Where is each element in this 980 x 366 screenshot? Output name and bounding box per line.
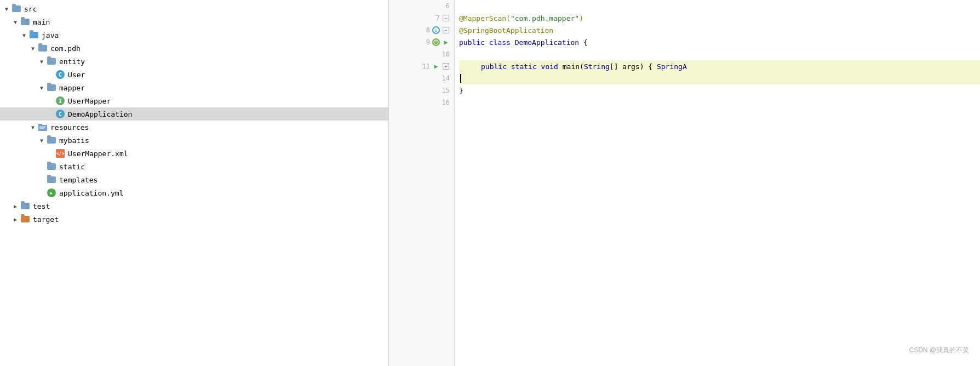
label-test: test bbox=[33, 202, 50, 210]
gutter-line-16: 16 bbox=[389, 96, 454, 108]
tree-item-templates[interactable]: templates bbox=[0, 173, 388, 186]
arrow-src: ▼ bbox=[2, 6, 11, 12]
param-arr: [] args) { bbox=[610, 62, 657, 71]
arrow-test: ▶ bbox=[11, 203, 20, 209]
tree-item-usermapper[interactable]: I UserMapper bbox=[0, 94, 388, 107]
label-demoapplication: DemoApplication bbox=[68, 110, 132, 118]
code-line-7: @MapperScan("com.pdh.mapper") bbox=[459, 12, 980, 24]
line-num-6: 6 bbox=[439, 2, 450, 10]
tree-item-target[interactable]: ▶ target bbox=[0, 213, 388, 226]
tree-item-resources[interactable]: ▼ resources bbox=[0, 121, 388, 134]
svg-rect-4 bbox=[39, 128, 44, 129]
code-line-9: public class DemoApplication { bbox=[459, 36, 980, 48]
arrow-com-pdh: ▼ bbox=[28, 45, 37, 52]
run-icon-11[interactable]: ▶ bbox=[432, 62, 440, 70]
tree-item-src[interactable]: ▼ src bbox=[0, 2, 388, 15]
line-num-9: 9 bbox=[419, 38, 430, 46]
tree-item-main[interactable]: ▼ main bbox=[0, 15, 388, 28]
annotation-mapperscan: @MapperScan( bbox=[459, 14, 511, 22]
svg-point-5 bbox=[434, 40, 438, 44]
kw-void-11: void bbox=[541, 62, 563, 71]
folder-icon-mapper bbox=[46, 83, 57, 92]
label-usermapper: UserMapper bbox=[68, 97, 111, 105]
gutter-line-10: 10 bbox=[389, 48, 454, 60]
code-line-8: @SpringBootApplication bbox=[459, 24, 980, 36]
gutter-line-9: 9 ▶ bbox=[389, 36, 454, 48]
classname-demoapplication: DemoApplication bbox=[515, 38, 583, 47]
run-icon-9[interactable]: ▶ bbox=[442, 38, 450, 46]
editor-panel: 6 7 − 8 ↻ − 9 bbox=[389, 0, 980, 366]
tree-item-usermapper-xml[interactable]: </> UserMapper.xml bbox=[0, 147, 388, 160]
tree-item-user[interactable]: C User bbox=[0, 68, 388, 81]
folder-icon-java bbox=[28, 31, 39, 39]
editor-gutter: 6 7 − 8 ↻ − 9 bbox=[389, 0, 455, 366]
class-icon-user: C bbox=[55, 70, 66, 79]
spring-ref: SpringA bbox=[657, 62, 687, 71]
label-templates: templates bbox=[59, 176, 98, 184]
brace-close-15: } bbox=[459, 87, 463, 95]
folder-icon-com-pdh bbox=[37, 44, 48, 53]
tree-item-java[interactable]: ▼ java bbox=[0, 28, 388, 42]
arrow-mybatis: ▼ bbox=[37, 138, 46, 144]
folder-icon-main bbox=[20, 18, 31, 26]
tree-item-test[interactable]: ▶ test bbox=[0, 199, 388, 213]
fold-icon-11[interactable]: + bbox=[442, 62, 450, 70]
gutter-line-6: 6 bbox=[389, 0, 454, 12]
tree-item-demoapplication[interactable]: C DemoApplication bbox=[0, 107, 388, 121]
arrow-java: ▼ bbox=[20, 32, 28, 38]
code-area[interactable]: @MapperScan("com.pdh.mapper") @SpringBoo… bbox=[455, 0, 980, 366]
line-num-11: 11 bbox=[419, 62, 430, 70]
tree-item-entity[interactable]: ▼ entity bbox=[0, 55, 388, 68]
arrow-target: ▶ bbox=[11, 216, 20, 222]
line-num-8: 8 bbox=[419, 26, 430, 34]
kw-static-11: static bbox=[511, 62, 541, 71]
code-line-15: } bbox=[459, 84, 980, 96]
tree-item-mybatis[interactable]: ▼ mybatis bbox=[0, 134, 388, 147]
code-line-14 bbox=[459, 72, 980, 84]
folder-icon-target bbox=[20, 215, 31, 224]
label-src: src bbox=[24, 5, 37, 13]
folder-icon-src bbox=[11, 4, 22, 13]
folder-icon-resources bbox=[37, 123, 48, 131]
svg-rect-1 bbox=[38, 124, 42, 126]
fold-icon-8[interactable]: − bbox=[442, 26, 450, 34]
cursor-14 bbox=[460, 74, 461, 83]
arrow-mapper: ▼ bbox=[37, 85, 46, 91]
line-num-10: 10 bbox=[439, 50, 450, 58]
tree-item-application-yml[interactable]: ▶ application.yml bbox=[0, 186, 388, 199]
folder-icon-templates bbox=[46, 175, 57, 184]
label-mapper: mapper bbox=[59, 84, 85, 92]
label-resources: resources bbox=[50, 123, 89, 131]
kw-public-9: public bbox=[459, 38, 489, 47]
watermark: CSDN @我真的不菜 bbox=[909, 346, 969, 355]
code-line-11: public static void main(String[] args) {… bbox=[459, 60, 980, 72]
label-user: User bbox=[68, 71, 85, 79]
label-entity: entity bbox=[59, 58, 85, 66]
line-num-15: 15 bbox=[439, 87, 450, 94]
label-com-pdh: com.pdh bbox=[50, 44, 81, 53]
tree-item-com-pdh[interactable]: ▼ com.pdh bbox=[0, 42, 388, 55]
line-num-7: 7 bbox=[429, 14, 440, 22]
label-static: static bbox=[59, 163, 85, 171]
spring-icon-8: ↻ bbox=[432, 26, 440, 34]
gutter-line-15: 15 bbox=[389, 84, 454, 96]
folder-icon-entity bbox=[46, 57, 57, 66]
code-line-10 bbox=[459, 48, 980, 60]
label-target: target bbox=[33, 215, 59, 224]
tree-item-mapper[interactable]: ▼ mapper bbox=[0, 81, 388, 94]
param-string: String bbox=[584, 62, 610, 71]
folder-icon-test bbox=[20, 202, 31, 210]
annotation-springboot: @SpringBootApplication bbox=[459, 26, 553, 35]
spring-icon-9 bbox=[432, 38, 440, 46]
method-main: main( bbox=[563, 62, 584, 71]
code-line-16 bbox=[459, 96, 980, 108]
tree-item-static[interactable]: static bbox=[0, 160, 388, 173]
code-line-6 bbox=[459, 0, 980, 12]
fold-icon-7[interactable]: − bbox=[442, 14, 450, 22]
arrow-entity: ▼ bbox=[37, 59, 46, 65]
folder-icon-static bbox=[46, 162, 57, 171]
string-mapperscan: "com.pdh.mapper" bbox=[511, 14, 579, 22]
arrow-main: ▼ bbox=[11, 19, 20, 25]
gutter-line-7: 7 − bbox=[389, 12, 454, 24]
kw-class-9: class bbox=[489, 38, 515, 47]
